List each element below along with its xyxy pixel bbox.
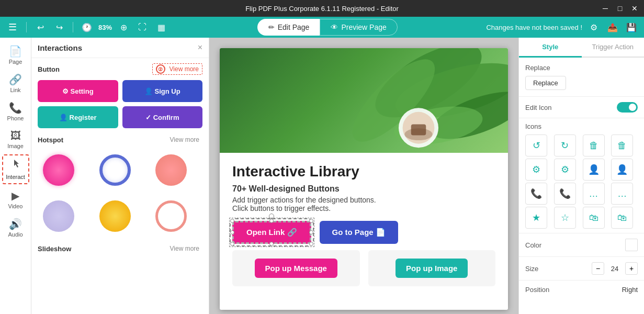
edit-icon-toggle[interactable] bbox=[617, 102, 638, 113]
sidebar-item-phone[interactable]: 📞 Phone bbox=[2, 98, 29, 125]
phone-label: Phone bbox=[7, 115, 24, 121]
handle-ml[interactable] bbox=[230, 230, 234, 234]
left-sidebar: 📄 Page 🔗 Link 📞 Phone 🖼 Image Interact ▶… bbox=[0, 38, 31, 314]
edit-icon-row: Edit Icon bbox=[519, 97, 644, 118]
go-to-page-button[interactable]: Go to Page 📄 bbox=[320, 221, 398, 244]
open-link-button[interactable]: Open Link 🔗 bbox=[232, 221, 311, 244]
size-decrease-button[interactable]: − bbox=[592, 262, 604, 275]
panel-header: Interactions × bbox=[31, 38, 209, 58]
minimize-button[interactable]: ─ bbox=[600, 3, 611, 14]
sample-button-confirm[interactable]: ✓ Confirm bbox=[122, 106, 203, 128]
history-button[interactable]: 🕐 bbox=[80, 20, 94, 35]
zoom-level: 83% bbox=[98, 24, 112, 31]
sample-button-register[interactable]: 👤 Register bbox=[38, 106, 118, 128]
menu-button[interactable]: ☰ bbox=[5, 21, 20, 33]
sidebar-item-page[interactable]: 📄 Page bbox=[2, 42, 29, 68]
interact-icon bbox=[10, 159, 21, 173]
icon-cell-bag[interactable]: 🛍 bbox=[583, 207, 605, 229]
hotspot-red-filled[interactable] bbox=[150, 149, 192, 191]
icons-section: Icons ↺ ↻ 🗑 🗑 ⚙ ⚙ 👤 👤 📞 📞 … … ★ ☆ 🛍 🛍 bbox=[519, 118, 644, 233]
preview-page-tab[interactable]: 👁 Preview Page bbox=[320, 19, 397, 36]
tab-group: ✏ Edit Page 👁 Preview Page bbox=[173, 19, 482, 36]
zoom-in-button[interactable]: ⊕ bbox=[116, 20, 131, 35]
icon-cell-trash[interactable]: 🗑 bbox=[583, 134, 605, 156]
icon-cell-refresh-ccw[interactable]: ↻ bbox=[554, 134, 576, 156]
icon-cell-dots2[interactable]: … bbox=[611, 183, 633, 205]
close-button[interactable]: ✕ bbox=[629, 3, 640, 14]
handle-tm[interactable] bbox=[269, 219, 274, 223]
sidebar-item-interact[interactable]: Interact bbox=[2, 154, 29, 184]
handle-br[interactable] bbox=[309, 242, 313, 246]
page-main-title: Interactive Library bbox=[232, 163, 495, 180]
handle-tl[interactable] bbox=[230, 219, 234, 223]
hotspot-yellow[interactable] bbox=[94, 195, 136, 237]
undo-button[interactable]: ↩ bbox=[33, 20, 48, 35]
link-icon: 🔗 bbox=[9, 73, 22, 86]
edit-page-tab[interactable]: ✏ Edit Page bbox=[257, 19, 320, 36]
toolbar-right: Changes have not been saved ! ⚙ 📤 💾 bbox=[486, 20, 639, 35]
video-icon: ▶ bbox=[12, 189, 19, 202]
icon-cell-refresh-cw[interactable]: ↺ bbox=[525, 134, 547, 156]
tab-trigger-action[interactable]: Trigger Action bbox=[582, 38, 645, 58]
icon-cell-trash2[interactable]: 🗑 bbox=[611, 134, 633, 156]
icon-cell-dots[interactable]: … bbox=[583, 183, 605, 205]
popup-image-button[interactable]: Pop up Image bbox=[396, 259, 468, 278]
icon-cell-star-outline[interactable]: ☆ bbox=[554, 207, 576, 229]
icon-cell-gear[interactable]: ⚙ bbox=[525, 159, 547, 181]
layout-button[interactable]: ▦ bbox=[154, 20, 168, 35]
button-section-header: Button ② View more bbox=[31, 58, 209, 78]
hotspot-circle bbox=[99, 200, 131, 232]
icon-cell-star-filled[interactable]: ★ bbox=[525, 207, 547, 229]
hotspot-section-header: Hotspot View more bbox=[31, 130, 209, 147]
sidebar-item-video[interactable]: ▶ Video bbox=[2, 186, 29, 212]
hotspot-red-ring[interactable] bbox=[150, 195, 192, 237]
sidebar-item-link[interactable]: 🔗 Link bbox=[2, 70, 29, 96]
position-value: Right bbox=[622, 286, 638, 294]
audio-icon: 🔊 bbox=[9, 218, 22, 230]
hotspot-circle bbox=[43, 154, 74, 186]
color-picker[interactable] bbox=[625, 239, 638, 251]
export-btn[interactable]: 📤 bbox=[605, 20, 620, 35]
color-row: Color bbox=[519, 233, 644, 257]
redo-button[interactable]: ↪ bbox=[52, 20, 66, 35]
icon-cell-phone2[interactable]: 📞 bbox=[554, 183, 576, 205]
sample-button-setting[interactable]: ⚙ Setting bbox=[38, 80, 118, 102]
sidebar-item-audio[interactable]: 🔊 Audio bbox=[2, 215, 29, 241]
view-more-hotspot-link[interactable]: View more bbox=[167, 136, 202, 144]
fit-button[interactable]: ⛶ bbox=[135, 20, 150, 35]
handle-mr[interactable] bbox=[309, 230, 313, 234]
app-title: Flip PDF Plus Corporate 6.1.11 Registere… bbox=[245, 5, 399, 13]
tab-style[interactable]: Style bbox=[519, 38, 582, 58]
size-increase-button[interactable]: + bbox=[625, 262, 638, 275]
hotspot-pink-filled[interactable] bbox=[38, 149, 80, 191]
view-more-slideshow-link[interactable]: View more bbox=[167, 244, 202, 253]
hotspot-circle bbox=[155, 154, 187, 186]
panel-close-button[interactable]: × bbox=[198, 43, 202, 52]
button-section-title: Button bbox=[38, 65, 60, 73]
save-btn[interactable]: 💾 bbox=[624, 20, 639, 35]
settings-btn[interactable]: ⚙ bbox=[586, 20, 601, 35]
hotspot-blue-ring[interactable] bbox=[94, 149, 136, 191]
hotspot-lavender[interactable] bbox=[38, 195, 80, 237]
handle-bm[interactable] bbox=[269, 242, 274, 246]
phone-icon: 📞 bbox=[9, 102, 22, 114]
sidebar-item-image[interactable]: 🖼 Image bbox=[2, 127, 29, 152]
restore-button[interactable]: □ bbox=[615, 3, 625, 14]
slideshow-section-header: Slideshow View more bbox=[31, 239, 209, 256]
page-label: Page bbox=[9, 59, 22, 65]
popup-message-button[interactable]: Pop up Message bbox=[255, 259, 337, 278]
handle-bl[interactable] bbox=[230, 242, 234, 246]
replace-button[interactable]: Replace bbox=[525, 76, 566, 90]
view-more-button-link[interactable]: ② View more bbox=[152, 63, 202, 75]
title-bar: Flip PDF Plus Corporate 6.1.11 Registere… bbox=[0, 0, 644, 17]
image-label: Image bbox=[7, 143, 24, 149]
icon-cell-gear2[interactable]: ⚙ bbox=[554, 159, 576, 181]
icon-cell-user2[interactable]: 👤 bbox=[611, 159, 633, 181]
handle-tr[interactable] bbox=[309, 219, 313, 223]
icon-cell-user[interactable]: 👤 bbox=[583, 159, 605, 181]
icon-cell-phone[interactable]: 📞 bbox=[525, 183, 547, 205]
icon-cell-bag2[interactable]: 🛍 bbox=[611, 207, 633, 229]
sample-button-signup[interactable]: 👤 Sign Up bbox=[122, 80, 203, 102]
page-description: Add trigger actions for the designed but… bbox=[232, 196, 495, 212]
audio-label: Audio bbox=[8, 231, 22, 238]
